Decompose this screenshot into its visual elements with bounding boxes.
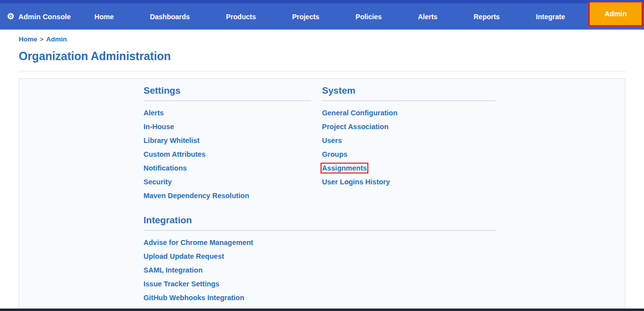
link-issue-tracker-settings[interactable]: Issue Tracker Settings (143, 280, 219, 288)
section-integration: Integration Advise for Chrome Management… (143, 215, 496, 311)
link-project-association[interactable]: Project Association (322, 123, 389, 131)
top-navbar: ⚙ Admin Console Home Dashboards Products… (0, 3, 644, 30)
top-border-strip (0, 0, 644, 3)
page-title: Organization Administration (19, 50, 625, 63)
nav-item-projects[interactable]: Projects (292, 13, 319, 21)
settings-heading: Settings (143, 85, 311, 101)
nav-item-policies[interactable]: Policies (356, 13, 382, 21)
list-item: Alerts (143, 108, 311, 117)
list-item: GitHub Webhooks Integration (143, 293, 496, 302)
link-security[interactable]: Security (143, 178, 172, 186)
system-link-list: General Configuration Project Associatio… (322, 108, 496, 186)
admin-button[interactable]: Admin (590, 2, 642, 25)
breadcrumb-admin-link[interactable]: Admin (46, 35, 67, 43)
list-item: Library Whitelist (143, 136, 311, 145)
nav-item-alerts[interactable]: Alerts (418, 13, 437, 21)
admin-button-highlight-box: Admin (588, 1, 643, 27)
admin-panel: Settings Alerts In-House Library Whiteli… (19, 78, 625, 311)
breadcrumb-separator: > (40, 35, 44, 43)
section-settings: Settings Alerts In-House Library Whiteli… (143, 85, 322, 205)
bottom-border-strip (0, 309, 644, 311)
nav-item-products[interactable]: Products (226, 13, 256, 21)
link-custom-attributes[interactable]: Custom Attributes (143, 150, 206, 158)
section-system: System General Configuration Project Ass… (322, 85, 496, 205)
link-user-logins-history[interactable]: User Logins History (322, 178, 390, 186)
link-saml-integration[interactable]: SAML Integration (143, 266, 203, 274)
list-item: General Configuration (322, 108, 496, 117)
main-nav: Home Dashboards Products Projects Polici… (95, 13, 565, 21)
list-item: Security (143, 177, 311, 186)
integration-heading: Integration (143, 215, 496, 231)
system-heading: System (322, 85, 496, 101)
list-item: Groups (322, 150, 496, 159)
link-upload-update-request[interactable]: Upload Update Request (143, 252, 224, 260)
integration-link-list: Advise for Chrome Management Upload Upda… (143, 238, 496, 311)
list-item: Assignments (322, 164, 496, 173)
list-item: SAML Integration (143, 266, 496, 275)
link-groups[interactable]: Groups (322, 150, 348, 158)
nav-item-integrate[interactable]: Integrate (536, 13, 565, 21)
link-library-whitelist[interactable]: Library Whitelist (143, 137, 200, 144)
list-item: User Logins History (322, 177, 496, 186)
link-assignments[interactable]: Assignments (322, 164, 367, 172)
link-alerts[interactable]: Alerts (143, 109, 164, 117)
breadcrumb-home-link[interactable]: Home (19, 35, 37, 43)
link-advise-for-chrome-management[interactable]: Advise for Chrome Management (143, 239, 253, 246)
link-users[interactable]: Users (322, 137, 342, 144)
breadcrumb: Home>Admin (0, 30, 644, 43)
list-item: Users (322, 136, 496, 145)
list-item: Custom Attributes (143, 150, 311, 159)
list-item: Maven Dependency Resolution (143, 191, 311, 200)
link-in-house[interactable]: In-House (143, 123, 174, 131)
nav-item-dashboards[interactable]: Dashboards (150, 13, 190, 21)
list-item: Advise for Chrome Management (143, 238, 496, 247)
link-maven-dependency-resolution[interactable]: Maven Dependency Resolution (143, 192, 249, 200)
nav-item-home[interactable]: Home (95, 13, 114, 21)
link-general-configuration[interactable]: General Configuration (322, 109, 397, 117)
nav-item-reports[interactable]: Reports (474, 13, 500, 21)
brand-label: Admin Console (18, 13, 71, 21)
link-notifications[interactable]: Notifications (143, 164, 187, 172)
list-item: Issue Tracker Settings (143, 279, 496, 288)
list-item: In-House (143, 122, 311, 131)
gear-icon: ⚙ (7, 12, 14, 21)
admin-panel-content: Settings Alerts In-House Library Whiteli… (19, 79, 625, 311)
brand-admin-console[interactable]: ⚙ Admin Console (7, 12, 71, 21)
list-item: Upload Update Request (143, 252, 496, 261)
list-item: Project Association (322, 122, 496, 131)
link-github-webhooks-integration[interactable]: GitHub Webhooks Integration (143, 294, 244, 302)
page-header: Organization Administration (19, 50, 625, 71)
settings-link-list: Alerts In-House Library Whitelist Custom… (143, 108, 311, 200)
list-item: Notifications (143, 164, 311, 173)
